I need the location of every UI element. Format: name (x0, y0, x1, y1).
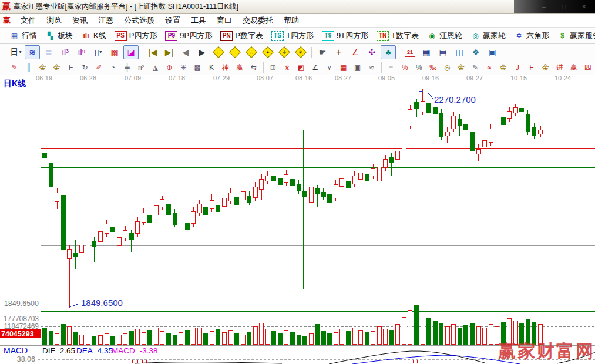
toolbar-button-shen-seal[interactable]: 神 (219, 62, 232, 74)
toolbar-grip[interactable] (2, 47, 5, 58)
menu-item-file[interactable]: 文件 (15, 14, 41, 27)
menu-item-trade-order[interactable]: 交易委托 (237, 14, 278, 27)
toolbar-button-n-squared[interactable]: n² (135, 62, 147, 74)
toolbar-button-percent-line[interactable]: ‰ (426, 62, 439, 74)
toolbar-button-si-angle[interactable]: 四 (581, 62, 594, 74)
maximize-button[interactable]: ◻ (555, 1, 573, 12)
minimize-button[interactable]: – (535, 1, 553, 12)
toolbar-button-crosshair-tool[interactable]: + (331, 45, 347, 59)
toolbar-button-9t-square[interactable]: T99T四方形 (318, 29, 372, 43)
toolbar-button-block-grid[interactable]: ▣ (351, 62, 364, 74)
toolbar-button-gold-angle[interactable]: 金 (539, 62, 552, 74)
toolbar-button-f-angle[interactable]: F (525, 62, 538, 74)
toolbar-button-spiral[interactable]: ↻ (79, 62, 92, 74)
toolbar-button-histogram-magenta[interactable]: ◪ (123, 45, 139, 59)
toolbar-button-time-cycle[interactable]: ◔ (106, 62, 119, 74)
toolbar-button-diamond-compress[interactable]: ✦ (260, 45, 275, 59)
toolbar-button-red-pen[interactable]: ✎ (8, 62, 21, 74)
toolbar-button-pen-fan[interactable]: ✎ (469, 62, 482, 74)
toolbar-button-web-data[interactable]: ❖ (468, 45, 483, 59)
toolbar-button-percent-cut[interactable]: % (398, 62, 411, 74)
toolbar-button-diamond-expand-h[interactable]: ↔ (244, 45, 259, 59)
toolbar-button-p-square[interactable]: PSP四方形 (111, 29, 161, 43)
menu-item-help[interactable]: 帮助 (278, 14, 304, 27)
toolbar-button-red-rays[interactable]: ◩ (295, 62, 308, 74)
toolbar-button-pen-grid[interactable]: ✐ (93, 62, 106, 74)
toolbar-button-mirror-fold[interactable]: ◮ (149, 62, 162, 74)
toolbar-button-gold-grid-2[interactable]: 金 (51, 62, 63, 74)
toolbar-button-gold-circle[interactable]: ◎ (441, 62, 453, 74)
menu-item-news[interactable]: 资讯 (67, 14, 93, 27)
toolbar-button-gann-fan-tool[interactable]: ✣ (364, 45, 379, 59)
toolbar-button-j-angle[interactable]: J (511, 62, 524, 74)
toolbar-button-ruler-measure[interactable]: ⇆ (247, 62, 260, 74)
menu-item-settings[interactable]: 设置 (160, 14, 186, 27)
toolbar-grip[interactable] (2, 62, 5, 73)
toolbar-button-circle-cross[interactable]: ⊕ (163, 62, 176, 74)
toolbar-button-gann-wheel[interactable]: ◉江恩轮 (423, 29, 466, 43)
toolbar-button-t-number-table[interactable]: TNT数字表 (373, 29, 422, 43)
toolbar-button-winner-service[interactable]: $赢家服务 (554, 29, 595, 43)
toolbar-button-winner-wheel[interactable]: ◎赢家轮 (467, 29, 509, 43)
toolbar-button-nav-first[interactable]: |◀ (145, 45, 160, 59)
toolbar-button-nav-prev[interactable]: ◀ (178, 45, 193, 59)
toolbar-button-diamond-star[interactable]: ✳ (293, 45, 308, 59)
toolbar-button-trend-pencil[interactable]: ∠ (309, 62, 322, 74)
toolbar-button-hand-tool[interactable]: ☛ (315, 45, 330, 59)
toolbar-button-diamond-shift-right[interactable]: → (227, 45, 243, 59)
toolbar-button-info-doc[interactable]: ≣ (41, 45, 56, 59)
toolbar-button-calendar-21[interactable]: 21 (402, 45, 418, 59)
kline-chart-canvas[interactable]: 06-1906-2807-0907-1807-2908-0708-1608-27… (0, 75, 595, 364)
toolbar-button-t-square[interactable]: TST四方形 (268, 29, 317, 43)
toolbar-button-bars-3[interactable]: ıl³ (58, 45, 73, 59)
menu-item-window[interactable]: 窗口 (211, 14, 237, 27)
toolbar-button-gold-channel[interactable]: 金 (497, 62, 510, 74)
menu-item-browse[interactable]: 浏览 (41, 14, 67, 27)
menu-item-formula-select[interactable]: 公式选股 (119, 14, 160, 27)
toolbar-button-analysis-brain[interactable]: ♣ (381, 45, 396, 59)
toolbar-button-zigzag-view[interactable]: ≋ (25, 45, 40, 59)
toolbar-button-remote-pc[interactable]: ▣ (485, 45, 500, 59)
toolbar-button-diamond-expand-all[interactable]: ✛ (277, 45, 292, 59)
toolbar-button-p-number-table[interactable]: PNP数字表 (217, 29, 267, 43)
toolbar-button-v-check[interactable]: ⋎ (323, 62, 336, 74)
toolbar-button-save[interactable]: ◫ (452, 45, 467, 59)
toolbar-button-comb[interactable]: ╫ (22, 62, 35, 74)
toolbar-button-jin-angle[interactable]: 进 (553, 62, 566, 74)
toolbar-button-k-notes[interactable]: K (205, 62, 218, 74)
toolbar-button-ying-angle[interactable]: 赢 (567, 62, 580, 74)
toolbar-button-net-grid[interactable]: ▩ (191, 62, 204, 74)
close-button[interactable]: ✕ (575, 1, 593, 12)
toolbar-button-kline[interactable]: ılıK线 (78, 29, 110, 43)
toolbar-button-percent[interactable]: % (412, 62, 425, 74)
toolbar-button-price-ladder[interactable]: ≡ (384, 62, 397, 74)
toolbar-button-ying-seal[interactable]: 赢 (233, 62, 246, 74)
menu-item-gann[interactable]: 江恩 (93, 14, 119, 27)
toolbar-button-star-grid[interactable]: ✳ (177, 62, 190, 74)
toolbar-button-nav-next[interactable]: ▶ (194, 45, 210, 59)
toolbar-button-sectors[interactable]: ▚板块 (42, 29, 76, 43)
toolbar-button-red-fan[interactable]: ⋇ (281, 62, 294, 74)
toolbar-button-comb-wide[interactable]: ╪ (120, 62, 133, 74)
chart-area[interactable]: 06-1906-2807-0907-1807-2908-0708-1608-27… (0, 75, 595, 364)
toolbar-button-slant-lines[interactable]: ≋ (365, 62, 378, 74)
toolbar-button-notes[interactable]: ▤ (435, 45, 451, 59)
toolbar-button-diamond-shift-left[interactable]: ← (211, 45, 226, 59)
toolbar-button-f-ruler[interactable]: F (65, 62, 78, 74)
toolbar-button-bars-9[interactable]: ıl⁹ (74, 45, 89, 59)
toolbar-button-gold-grid[interactable]: 金 (36, 62, 49, 74)
toolbar-button-dense-grid[interactable]: ▦ (337, 62, 350, 74)
toolbar-button-9p-square[interactable]: P99P四方形 (162, 29, 216, 43)
toolbar-button-gold-level[interactable]: 金 (455, 62, 468, 74)
toolbar-button-wave-cross[interactable]: ≈ (483, 62, 496, 74)
toolbar-button-angle-measure[interactable]: ∠ (348, 45, 363, 59)
menu-item-tools[interactable]: 工具 (186, 14, 211, 27)
toolbar-button-nav-last[interactable]: ▶| (162, 45, 177, 59)
toolbar-grip[interactable] (2, 31, 3, 41)
toolbar-button-candle-style-dropdown[interactable]: 日▾ (8, 45, 23, 59)
toolbar-button-map-red[interactable]: ▩ (107, 45, 122, 59)
toolbar-button-frame-box[interactable]: ⊞ (267, 62, 280, 74)
toolbar-button-candle-type-dropdown[interactable]: ▯▾ (90, 45, 106, 59)
toolbar-button-hexagon[interactable]: ✡六角形 (510, 29, 553, 43)
toolbar-button-calculator[interactable]: ▦ (419, 45, 434, 59)
